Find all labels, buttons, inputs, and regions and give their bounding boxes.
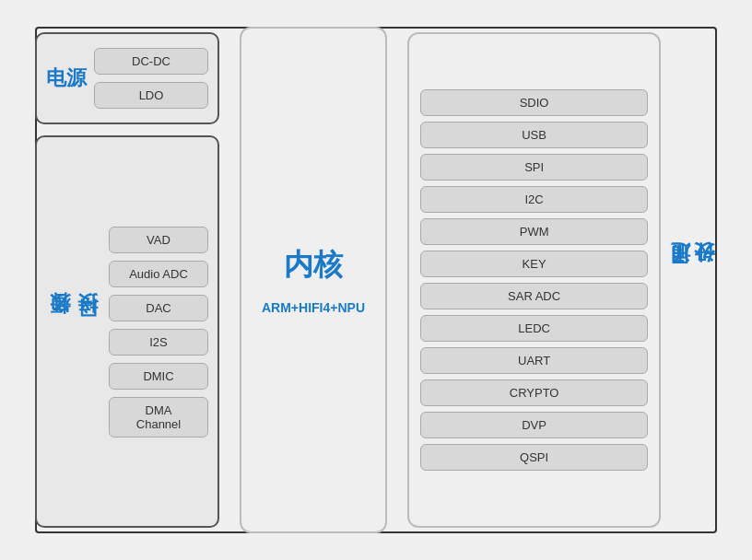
right-column: SDIO USB SPI I2C PWM KEY SAR ADC LEDC UA…	[407, 27, 717, 533]
diagram-wrapper: 电源 DC-DC LDO 音频 接口 VAD Audio ADC DAC I2S…	[26, 18, 726, 542]
i2s-box: I2S	[109, 329, 208, 356]
sdio-box: SDIO	[420, 89, 648, 116]
core-subtitle: ARM+HIFI4+NPU	[262, 300, 365, 315]
power-label: 电源	[46, 64, 87, 92]
dvp-box: DVP	[420, 412, 648, 438]
dmic-box: DMIC	[109, 363, 208, 390]
uart-box: UART	[420, 347, 648, 374]
dac-box: DAC	[109, 295, 208, 321]
dc-dc-box: DC-DC	[94, 48, 208, 75]
usb-box: USB	[420, 122, 648, 148]
vad-box: VAD	[109, 227, 208, 253]
ledc-box: LEDC	[420, 315, 648, 342]
sar-adc-box: SAR ADC	[420, 283, 648, 309]
i2c-box: I2C	[420, 186, 648, 213]
core-title: 内核	[284, 245, 343, 286]
key-box: KEY	[420, 251, 648, 277]
audio-block: 音频 接口 VAD Audio ADC DAC I2S DMIC DMA Cha…	[35, 135, 219, 528]
spi-box: SPI	[420, 154, 648, 181]
core-block: 内核 ARM+HIFI4+NPU	[240, 27, 387, 533]
dma-channel-box: DMA Channel	[109, 397, 208, 438]
core-column: 内核 ARM+HIFI4+NPU	[230, 27, 396, 533]
power-items: DC-DC LDO	[94, 48, 208, 109]
qspi-box: QSPI	[420, 444, 648, 471]
cols-container: 电源 DC-DC LDO 音频 接口 VAD Audio ADC DAC I2S…	[26, 18, 726, 542]
audio-adc-box: Audio ADC	[109, 261, 208, 287]
ldo-box: LDO	[94, 82, 208, 109]
power-block: 电源 DC-DC LDO	[35, 32, 219, 124]
crypto-box: CRYPTO	[420, 379, 648, 406]
pwm-box: PWM	[420, 218, 648, 245]
peripheral-block: SDIO USB SPI I2C PWM KEY SAR ADC LEDC UA…	[407, 32, 661, 528]
left-column: 电源 DC-DC LDO 音频 接口 VAD Audio ADC DAC I2S…	[35, 27, 219, 533]
audio-items: VAD Audio ADC DAC I2S DMIC DMA Channel	[109, 227, 208, 438]
